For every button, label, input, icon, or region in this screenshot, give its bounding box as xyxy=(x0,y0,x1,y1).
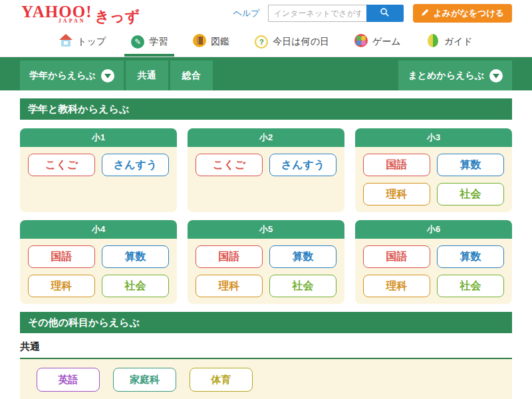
other-subject-button-家庭科[interactable]: 家庭科 xyxy=(113,368,176,392)
nav-item-5[interactable]: ガイド xyxy=(426,27,473,57)
question-icon: ? xyxy=(255,35,268,49)
grade-card-title: 小5 xyxy=(188,220,344,239)
subject-button-小3-理科[interactable]: 理科 xyxy=(363,183,430,205)
grade-card-body: こくごさんすう xyxy=(188,147,344,183)
logo-japan-text: JAPAN xyxy=(59,19,86,24)
subject-button-小1-さんすう[interactable]: さんすう xyxy=(102,154,169,176)
subject-button-小3-社会[interactable]: 社会 xyxy=(437,183,504,205)
search-icon xyxy=(380,7,390,19)
summary-dropdown-button[interactable]: まとめからえらぶ xyxy=(398,61,512,90)
subject-button-小5-理科[interactable]: 理科 xyxy=(196,275,263,297)
grade-card-小5: 小5国語算数理科社会 xyxy=(188,220,344,304)
subject-button-小6-社会[interactable]: 社会 xyxy=(437,275,504,297)
subject-button-小6-算数[interactable]: 算数 xyxy=(437,245,504,268)
grade-card-title: 小2 xyxy=(188,128,344,147)
other-subject-button-英語[interactable]: 英語 xyxy=(37,368,100,392)
grade-card-小2: 小2こくごさんすう xyxy=(188,128,344,212)
general-tab-label: 総合 xyxy=(182,70,201,82)
grade-card-小6: 小6国語算数理科社会 xyxy=(355,220,512,304)
nav-item-2[interactable]: 図鑑 xyxy=(193,27,229,57)
furigana-button-label: よみがなをつける xyxy=(434,7,504,19)
nav-item-label: ゲーム xyxy=(372,36,401,48)
grade-card-小4: 小4国語算数理科社会 xyxy=(20,220,177,304)
subject-button-小3-算数[interactable]: 算数 xyxy=(437,154,504,176)
grade-card-body: 国語算数理科社会 xyxy=(355,239,512,304)
subject-button-小2-さんすう[interactable]: さんすう xyxy=(269,154,336,176)
subject-button-小4-理科[interactable]: 理科 xyxy=(28,275,95,297)
nav-item-0[interactable]: トップ xyxy=(59,27,106,57)
grade-card-title: 小1 xyxy=(20,128,177,147)
subject-button-小2-こくご[interactable]: こくご xyxy=(196,154,263,176)
grade-card-body: 国語算数理科社会 xyxy=(188,239,344,304)
grade-dropdown-label: 学年からえらぶ xyxy=(29,70,96,82)
summary-dropdown-label: まとめからえらぶ xyxy=(408,70,484,82)
common-heading: 共通 xyxy=(20,340,512,353)
nav-item-3[interactable]: ?今日は何の日 xyxy=(255,27,329,57)
grade-card-body: 国語算数理科社会 xyxy=(20,239,177,304)
site-header: YAHOO! JAPAN きっず ヘルプ よみが xyxy=(0,0,532,27)
other-subject-button-体育[interactable]: 体育 xyxy=(190,368,253,392)
grade-dropdown-button[interactable]: 学年からえらぶ xyxy=(20,61,124,90)
nav-item-label: トップ xyxy=(77,36,106,48)
general-tab-button[interactable]: 総合 xyxy=(170,61,213,90)
grade-card-小3: 小3国語算数理科社会 xyxy=(355,128,512,212)
grade-card-body: 国語算数理科社会 xyxy=(355,147,512,212)
search-button[interactable] xyxy=(366,5,404,22)
subject-button-小5-国語[interactable]: 国語 xyxy=(196,245,263,268)
subject-button-小1-こくご[interactable]: こくご xyxy=(28,154,95,176)
grade-card-title: 小4 xyxy=(20,220,177,239)
grade-card-title: 小3 xyxy=(355,128,512,147)
header-right: ヘルプ よみがなをつける xyxy=(233,4,512,23)
subject-button-小5-算数[interactable]: 算数 xyxy=(269,245,336,268)
yahoo-kids-logo[interactable]: YAHOO! JAPAN きっず xyxy=(21,3,140,24)
beginner-mark-icon xyxy=(426,34,440,49)
logo-kids-text: きっず xyxy=(94,9,140,24)
subject-button-小4-算数[interactable]: 算数 xyxy=(102,245,169,268)
grade-card-grid: 小1こくごさんすう小2こくごさんすう小3国語算数理科社会小4国語算数理科社会小5… xyxy=(20,128,512,304)
subject-button-小6-理科[interactable]: 理科 xyxy=(363,275,430,297)
main-content: 学年と教科からえらぶ 小1こくごさんすう小2こくごさんすう小3国語算数理科社会小… xyxy=(0,98,532,399)
grade-card-小1: 小1こくごさんすう xyxy=(20,128,177,212)
subject-button-小4-国語[interactable]: 国語 xyxy=(28,245,95,268)
furigana-button[interactable]: よみがなをつける xyxy=(413,4,512,23)
encyclopedia-book-icon xyxy=(193,34,206,49)
nav-item-label: 学習 xyxy=(149,36,168,48)
other-subject-panel: 英語家庭科体育 xyxy=(20,358,512,399)
study-pencil-icon: ✎ xyxy=(131,35,144,49)
common-tab-button[interactable]: 共通 xyxy=(126,61,168,90)
main-nav: トップ✎学習図鑑?今日は何の日ゲームガイド xyxy=(0,27,532,57)
other-subject-section-title: その他の科目からえらぶ xyxy=(20,312,512,333)
subject-button-小4-社会[interactable]: 社会 xyxy=(102,275,169,297)
nav-item-label: 今日は何の日 xyxy=(273,36,329,48)
game-puzzle-icon xyxy=(354,34,368,49)
home-icon xyxy=(59,34,72,49)
grade-subject-section-title: 学年と教科からえらぶ xyxy=(20,98,512,120)
chevron-down-icon xyxy=(101,69,114,82)
chevron-down-icon xyxy=(489,69,503,82)
search-input[interactable] xyxy=(268,5,366,22)
grade-card-body: こくごさんすう xyxy=(20,147,177,183)
pencil-icon xyxy=(421,8,430,19)
logo-yahoo-text: YAHOO! xyxy=(21,3,92,20)
nav-item-label: 図鑑 xyxy=(211,36,229,48)
filter-bar: 学年からえらぶ 共通 総合 まとめからえらぶ xyxy=(0,57,532,90)
nav-item-1[interactable]: ✎学習 xyxy=(131,27,168,57)
nav-item-label: ガイド xyxy=(444,36,473,48)
subject-button-小5-社会[interactable]: 社会 xyxy=(269,275,336,297)
common-tab-label: 共通 xyxy=(138,70,156,82)
search-box xyxy=(268,5,404,22)
help-link[interactable]: ヘルプ xyxy=(233,7,260,19)
subject-button-小6-国語[interactable]: 国語 xyxy=(363,245,430,268)
subject-button-小3-国語[interactable]: 国語 xyxy=(363,154,430,176)
nav-item-4[interactable]: ゲーム xyxy=(354,27,401,57)
grade-card-title: 小6 xyxy=(355,220,512,239)
